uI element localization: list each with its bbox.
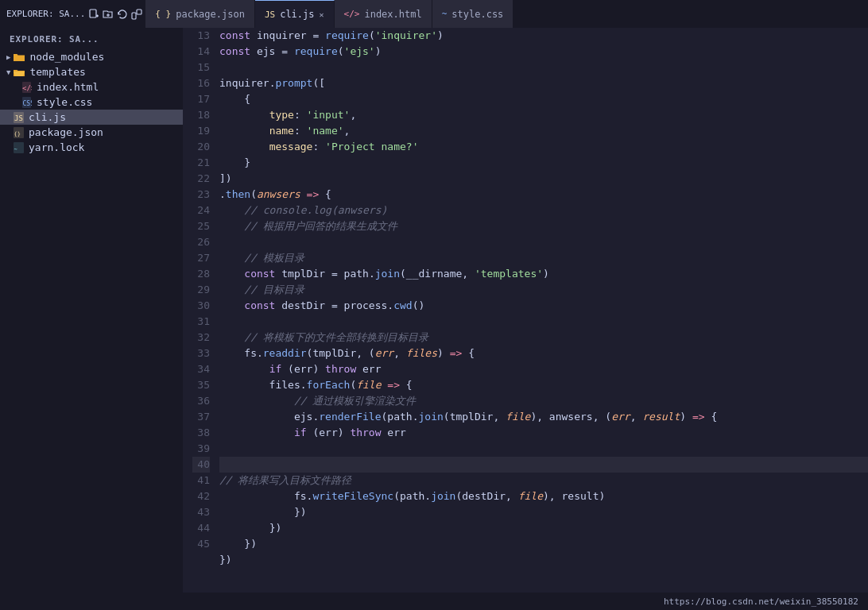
- tab-package-json[interactable]: { } package.json: [145, 0, 255, 28]
- sidebar-item-templates[interactable]: ▼ templates: [0, 64, 183, 79]
- close-tab-icon[interactable]: ✕: [320, 10, 324, 19]
- sidebar-item-label: node_modules: [29, 51, 183, 63]
- chevron-right-icon: ▶: [6, 53, 10, 61]
- tab-index-html[interactable]: </> index.html: [335, 0, 432, 28]
- json-icon: { }: [155, 9, 171, 19]
- status-bar: https://blog.csdn.net/weixin_38550182: [0, 593, 868, 610]
- js-icon: JS: [265, 10, 275, 20]
- tab-label: style.css: [451, 9, 503, 20]
- sidebar-item-yarn-lock[interactable]: ~ yarn.lock: [0, 140, 183, 155]
- sidebar-item-style-css[interactable]: CSS style.css: [0, 95, 183, 110]
- svg-rect-6: [137, 10, 141, 14]
- css-file-icon: CSS: [19, 97, 33, 108]
- js-file-icon: JS: [11, 112, 25, 123]
- html-icon: </>: [344, 9, 360, 19]
- sidebar-item-label: index.html: [37, 81, 183, 93]
- sidebar-item-label: templates: [29, 66, 183, 78]
- svg-text:~: ~: [14, 146, 17, 152]
- sidebar-item-node-modules[interactable]: ▶ node_modules: [0, 49, 183, 64]
- sidebar-item-label: cli.js: [29, 111, 183, 123]
- folder-icon: [12, 52, 26, 62]
- svg-rect-5: [132, 13, 136, 19]
- sidebar-title: EXPLORER: SA...: [0, 28, 183, 49]
- line-numbers: 1314151617 1819202122 2324252627 2829303…: [183, 28, 216, 593]
- svg-rect-0: [90, 10, 96, 17]
- svg-text:{}: {}: [14, 131, 20, 137]
- tab-label: cli.js: [280, 9, 314, 20]
- explorer-title: EXPLORER: SA...: [6, 9, 85, 19]
- sidebar: EXPLORER: SA... ▶ node_modules ▼ templat…: [0, 28, 183, 593]
- editor-area: 1314151617 1819202122 2324252627 2829303…: [183, 28, 868, 593]
- status-url: https://blog.csdn.net/weixin_38550182: [664, 596, 858, 607]
- json-file-icon: {}: [11, 127, 25, 138]
- css-icon: ~: [442, 9, 448, 19]
- tab-cli-js[interactable]: JS cli.js ✕: [255, 0, 335, 28]
- main-layout: EXPLORER: SA... ▶ node_modules ▼ templat…: [0, 28, 868, 593]
- sidebar-item-index-html[interactable]: </> index.html: [0, 79, 183, 95]
- refresh-icon[interactable]: [117, 9, 128, 20]
- sidebar-item-label: package.json: [29, 126, 183, 138]
- chevron-down-icon: ▼: [6, 68, 10, 76]
- tab-bar: { } package.json JS cli.js ✕ </> index.h…: [145, 0, 862, 28]
- sidebar-item-cli-js[interactable]: JS cli.js: [0, 110, 183, 125]
- folder-open-icon: [12, 68, 26, 77]
- tab-label: index.html: [364, 9, 421, 20]
- yarn-file-icon: ~: [11, 142, 25, 153]
- explorer-label: EXPLORER: SA...: [6, 9, 85, 19]
- code-content[interactable]: const inquirer = require('inquirer') con…: [216, 28, 868, 593]
- svg-text:CSS: CSS: [22, 100, 32, 107]
- sidebar-item-label: yarn.lock: [29, 141, 183, 153]
- code-area[interactable]: 1314151617 1819202122 2324252627 2829303…: [183, 28, 868, 593]
- sidebar-item-package-json[interactable]: {} package.json: [0, 125, 183, 140]
- svg-text:</>: </>: [22, 84, 32, 92]
- collapse-icon[interactable]: [131, 9, 142, 20]
- new-folder-icon[interactable]: [103, 9, 114, 20]
- title-bar: EXPLORER: SA... { } package.json: [0, 0, 868, 28]
- svg-text:JS: JS: [14, 114, 23, 122]
- tab-label: package.json: [176, 9, 245, 20]
- new-file-icon[interactable]: [88, 9, 99, 20]
- sidebar-item-label: style.css: [37, 96, 183, 108]
- html-file-icon: </>: [19, 82, 33, 93]
- tab-style-css[interactable]: ~ style.css: [432, 0, 514, 28]
